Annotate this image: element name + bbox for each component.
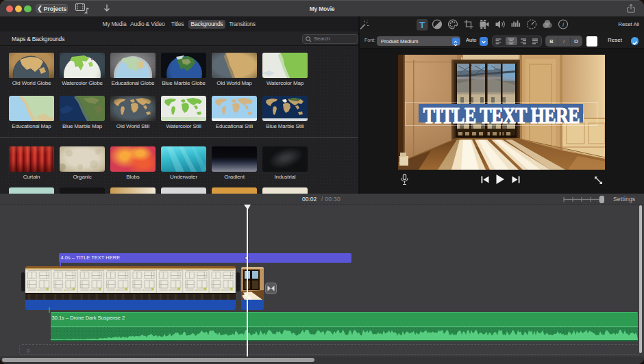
svg-text:i: i [562, 21, 565, 28]
svg-text:T: T [419, 20, 425, 30]
svg-text:Reset All: Reset All [618, 21, 639, 27]
